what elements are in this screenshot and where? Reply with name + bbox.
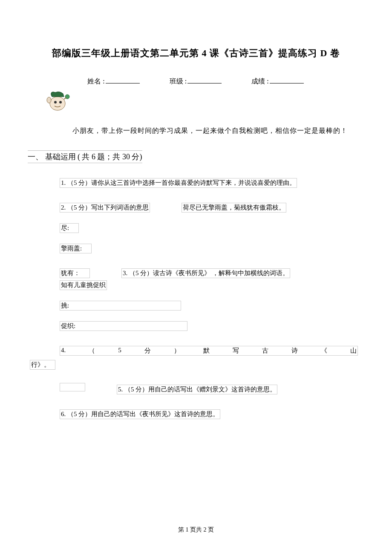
intro-text: 小朋友，带上你一段时间的学习成果，一起来做个自我检测吧，相信你一定是最棒的！	[72, 127, 362, 135]
svg-point-2	[59, 101, 62, 104]
question-5: 5. （5 分）用自己的话写出《赠刘景文》这首诗的意思。	[117, 385, 277, 394]
question-3: 3. （5 分）读古诗《夜书所见》 ，解释句中加横线的词语。	[121, 268, 290, 278]
score-label: 成绩 :	[251, 78, 268, 85]
q2-word-jin: 尽:	[60, 223, 79, 233]
section-1-header: 一、 基础运用 ( 共 6 题；共 30 分)	[28, 150, 142, 163]
class-label: 班级 :	[170, 78, 187, 85]
question-6: 6. （5 分）用自己的话写出《夜书所见》这首诗的意思。	[60, 409, 220, 419]
name-label: 姓名 :	[87, 78, 104, 85]
class-blank[interactable]	[187, 77, 222, 83]
score-blank[interactable]	[270, 77, 304, 83]
student-info-line: 姓名 : 班级 : 成绩 :	[30, 77, 362, 86]
question-4-line2: 行》。	[30, 360, 55, 370]
question-4-line1: 4. （ 5 分 ） 默 写 古 诗 《 山	[60, 346, 358, 356]
q2-sentence: 荷尽已无擎雨盖，菊残犹有傲霜枝。	[182, 203, 286, 213]
question-1: 1. （5 分）请你从这三首诗中选择一首你最喜爱的诗默写下来，并说说喜爱的理由。	[60, 178, 297, 188]
mascot-icon	[43, 87, 72, 113]
q3-word-cuzhi: 促织:	[60, 321, 187, 331]
document-title: 部编版三年级上册语文第二单元第 4 课《古诗三首》提高练习 D 卷	[30, 47, 362, 60]
question-2: 2. （5 分）写出下列词语的意思	[60, 203, 150, 213]
answer-box[interactable]	[60, 383, 85, 391]
q2-word-youyou: 犹有：	[60, 268, 90, 278]
svg-point-3	[47, 97, 51, 103]
q3-sentence: 知有儿童挑促织	[60, 280, 107, 290]
name-blank[interactable]	[106, 77, 140, 83]
svg-point-0	[50, 97, 65, 110]
q3-word-tiao: 挑:	[60, 301, 181, 311]
svg-point-1	[54, 101, 57, 104]
page-footer: 第 1 页共 2 页	[0, 526, 392, 534]
q2-word-qingyugai: 擎雨盖:	[60, 244, 92, 253]
